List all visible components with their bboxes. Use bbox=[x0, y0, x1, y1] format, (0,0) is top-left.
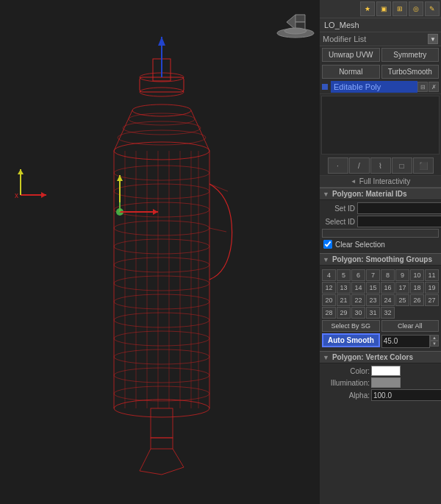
full-interactivity-bar[interactable]: ◄ Full Interactivity bbox=[320, 176, 441, 188]
modifier-sub-panel bbox=[321, 96, 440, 155]
sg-btn-20[interactable]: 20 bbox=[322, 294, 336, 306]
material-ids-content: Set ID ▲ ▼ Select ID ▲ ▼ bbox=[320, 200, 441, 253]
modifier-buttons-row2: Normal TurboSmooth bbox=[320, 63, 441, 80]
auto-smooth-input[interactable] bbox=[381, 335, 430, 348]
set-id-input[interactable] bbox=[357, 202, 441, 214]
sg-btn-13[interactable]: 13 bbox=[337, 282, 351, 294]
auto-smooth-row: Auto Smooth ▲ ▼ bbox=[322, 333, 439, 347]
sg-btn-14[interactable]: 14 bbox=[351, 282, 365, 294]
vc-title: Polygon: Vertex Colors bbox=[332, 353, 413, 361]
viewport-area[interactable]: x bbox=[0, 0, 320, 504]
sg-btn-29[interactable]: 29 bbox=[337, 307, 351, 319]
subobj-icons-row: · / ⌇ □ ⬛ bbox=[320, 156, 441, 176]
vc-arrow: ▼ bbox=[323, 354, 329, 361]
right-panel: ★ ▣ ⊞ ◎ ✎ LO_Mesh Modifier List ▼ Unwrap… bbox=[320, 0, 441, 504]
sg-grid: 4 5 6 7 8 9 10 11 12 13 14 15 16 17 18 1… bbox=[322, 269, 439, 319]
sg-btn-22[interactable]: 22 bbox=[351, 294, 365, 306]
svg-marker-55 bbox=[295, 15, 305, 22]
sg-btn-30[interactable]: 30 bbox=[351, 307, 365, 319]
sg-btn-8[interactable]: 8 bbox=[381, 269, 395, 281]
sg-btn-4[interactable]: 4 bbox=[322, 269, 336, 281]
sg-btn-5[interactable]: 5 bbox=[337, 269, 351, 281]
sg-btn-15[interactable]: 15 bbox=[366, 282, 380, 294]
sg-btn-10[interactable]: 10 bbox=[410, 269, 424, 281]
auto-smooth-value-group: ▲ ▼ bbox=[381, 335, 439, 347]
sg-btn-25[interactable]: 25 bbox=[395, 294, 409, 306]
svg-text:x: x bbox=[15, 191, 18, 199]
sg-btn-28[interactable]: 28 bbox=[322, 307, 336, 319]
clear-selection-checkbox[interactable] bbox=[323, 240, 332, 249]
navigation-hat[interactable] bbox=[276, 4, 316, 42]
grid-icon[interactable]: ⊞ bbox=[392, 1, 407, 16]
sg-btn-7[interactable]: 7 bbox=[366, 269, 380, 281]
sg-btn-9[interactable]: 9 bbox=[395, 269, 409, 281]
auto-smooth-up[interactable]: ▲ bbox=[430, 335, 439, 341]
sg-title: Polygon: Smoothing Groups bbox=[332, 255, 432, 263]
select-id-input[interactable] bbox=[357, 216, 441, 227]
sg-btn-17[interactable]: 17 bbox=[395, 282, 409, 294]
ep-icon-1[interactable]: ⊟ bbox=[417, 82, 428, 92]
turbosmooth-button[interactable]: TurboSmooth bbox=[381, 65, 440, 79]
alpha-input[interactable] bbox=[371, 389, 441, 401]
smoothing-groups-section-header[interactable]: ▼ Polygon: Smoothing Groups bbox=[320, 253, 441, 266]
auto-smooth-button[interactable]: Auto Smooth bbox=[322, 333, 380, 347]
star-icon[interactable]: ★ bbox=[360, 1, 375, 16]
sg-btn-32[interactable]: 32 bbox=[381, 307, 395, 319]
sg-btn-12[interactable]: 12 bbox=[322, 282, 336, 294]
color-label: Color: bbox=[322, 367, 370, 375]
clear-selection-label: Clear Selection bbox=[335, 241, 385, 249]
blue-dot-indicator bbox=[322, 84, 328, 90]
vertex-colors-content: Color: Illumination: Alpha: ▲ ▼ bbox=[320, 363, 441, 405]
border-mode-icon[interactable]: ⌇ bbox=[370, 157, 391, 174]
fi-label: Full Interactivity bbox=[359, 177, 410, 185]
illumination-swatch[interactable] bbox=[371, 377, 401, 388]
clear-all-button[interactable]: Clear All bbox=[381, 320, 440, 332]
illumination-label: Illumination: bbox=[322, 379, 370, 387]
sg-btn-11[interactable]: 11 bbox=[425, 269, 439, 281]
sg-btn-6[interactable]: 6 bbox=[351, 269, 365, 281]
element-mode-icon[interactable]: ⬛ bbox=[413, 157, 434, 174]
auto-smooth-down[interactable]: ▼ bbox=[430, 341, 439, 347]
sg-btn-16[interactable]: 16 bbox=[381, 282, 395, 294]
set-id-row: Set ID ▲ ▼ bbox=[322, 202, 439, 214]
sg-btn-24[interactable]: 24 bbox=[381, 294, 395, 306]
vertex-mode-icon[interactable]: · bbox=[328, 157, 348, 174]
material-ids-section-header[interactable]: ▼ Polygon: Material IDs bbox=[320, 188, 441, 200]
auto-smooth-spinner: ▲ ▼ bbox=[430, 335, 439, 347]
sg-btn-31[interactable]: 31 bbox=[366, 307, 380, 319]
svg-point-58 bbox=[284, 28, 306, 34]
wrench-icon[interactable]: ✎ bbox=[425, 1, 440, 16]
ep-icon-2[interactable]: ✗ bbox=[429, 82, 439, 92]
sg-btn-19[interactable]: 19 bbox=[425, 282, 439, 294]
fi-arrow-left: ◄ bbox=[351, 178, 356, 185]
sg-arrow: ▼ bbox=[323, 256, 329, 263]
edge-mode-icon[interactable]: / bbox=[349, 157, 370, 174]
sg-btn-23[interactable]: 23 bbox=[366, 294, 380, 306]
material-ids-arrow: ▼ bbox=[323, 191, 329, 198]
color-swatch[interactable] bbox=[371, 366, 401, 376]
box-icon[interactable]: ▣ bbox=[376, 1, 391, 16]
sg-btn-27[interactable]: 27 bbox=[425, 294, 439, 306]
alpha-row: Alpha: ▲ ▼ bbox=[322, 389, 439, 401]
editable-poly-label[interactable]: Editable Poly bbox=[331, 81, 417, 93]
vertex-colors-section-header[interactable]: ▼ Polygon: Vertex Colors bbox=[320, 351, 441, 363]
sg-btn-26[interactable]: 26 bbox=[410, 294, 424, 306]
sg-btn-21[interactable]: 21 bbox=[337, 294, 351, 306]
smoothing-groups-content: 4 5 6 7 8 9 10 11 12 13 14 15 16 17 18 1… bbox=[320, 266, 441, 351]
unwrap-uvw-button[interactable]: Unwrap UVW bbox=[322, 48, 380, 62]
polygon-mode-icon[interactable]: □ bbox=[392, 157, 412, 174]
svg-rect-0 bbox=[0, 0, 320, 504]
sg-btn-18[interactable]: 18 bbox=[410, 282, 424, 294]
modifier-dropdown[interactable]: ▼ bbox=[428, 34, 438, 44]
panel-top-icons: ★ ▣ ⊞ ◎ ✎ bbox=[320, 0, 441, 18]
normal-button[interactable]: Normal bbox=[322, 65, 380, 79]
illumination-row: Illumination: bbox=[322, 377, 439, 388]
select-clear-row: Select By SG Clear All bbox=[322, 320, 439, 332]
select-id-row: Select ID ▲ ▼ bbox=[322, 216, 439, 227]
symmetry-button[interactable]: Symmetry bbox=[381, 48, 440, 62]
circle-icon[interactable]: ◎ bbox=[409, 1, 423, 16]
modifier-list-row: Modifier List ▼ bbox=[320, 32, 441, 46]
select-id-label: Select ID bbox=[322, 218, 355, 226]
editable-poly-row: Editable Poly ⊟ ✗ bbox=[320, 80, 441, 94]
select-by-sg-button[interactable]: Select By SG bbox=[322, 320, 380, 332]
